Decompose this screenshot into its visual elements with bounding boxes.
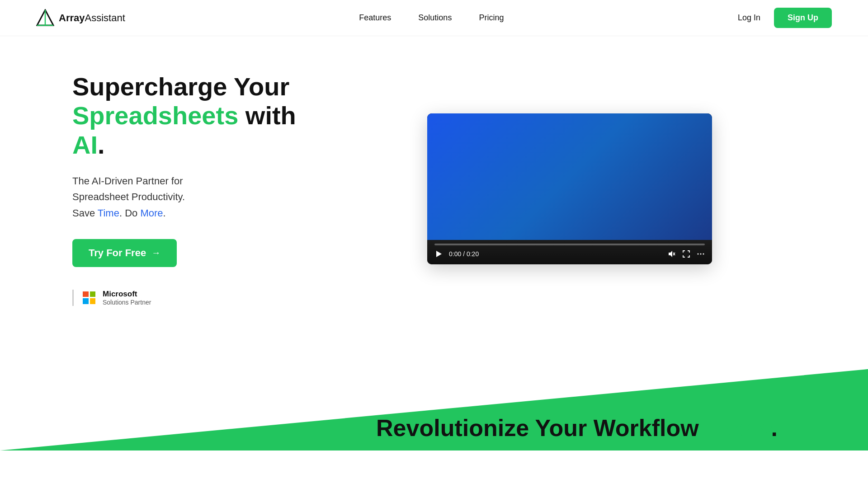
hero-content: Supercharge Your Spreadsheets with AI. T… [72, 72, 307, 306]
play-icon [434, 250, 443, 258]
microsoft-partner-text: Microsoft Solutions Partner [103, 290, 151, 306]
video-right-controls [668, 250, 705, 258]
svg-point-7 [698, 253, 699, 255]
logo[interactable]: ArrayAssistant [36, 9, 125, 27]
login-link[interactable]: Log In [738, 13, 760, 23]
nav-auth: Log In Sign Up [738, 8, 832, 28]
hero-video-area: 0:00 / 0:20 [344, 113, 796, 264]
nav-item-solutions[interactable]: Solutions [418, 13, 452, 23]
video-controls: 0:00 / 0:20 [427, 240, 712, 264]
more-options-button[interactable] [697, 250, 705, 258]
svg-marker-4 [669, 251, 672, 257]
fullscreen-icon [682, 250, 690, 258]
hero-section: Supercharge Your Spreadsheets with AI. T… [0, 36, 868, 333]
arrow-icon: → [151, 248, 160, 258]
more-icon [697, 250, 705, 258]
fullscreen-button[interactable] [682, 250, 690, 258]
video-left-controls: 0:00 / 0:20 [434, 250, 479, 258]
volume-icon [668, 250, 676, 258]
nav-item-features[interactable]: Features [359, 13, 391, 23]
logo-icon [36, 9, 54, 27]
logo-text: ArrayAssistant [59, 12, 125, 24]
hero-subtitle: The AI-Driven Partner for Spreadsheet Pr… [72, 173, 307, 221]
navbar: ArrayAssistant Features Solutions Pricin… [0, 0, 868, 36]
video-time: 0:00 / 0:20 [449, 250, 479, 258]
nav-item-pricing[interactable]: Pricing [479, 13, 504, 23]
bottom-cta-text: Revolutionize Your Workflow Today. [376, 414, 778, 441]
video-controls-row: 0:00 / 0:20 [434, 250, 705, 258]
signup-button[interactable]: Sign Up [774, 8, 832, 28]
svg-marker-3 [436, 251, 442, 257]
microsoft-logo-icon [83, 291, 95, 304]
play-button[interactable] [434, 250, 443, 258]
video-player[interactable]: 0:00 / 0:20 [427, 113, 712, 264]
nav-links: Features Solutions Pricing [359, 13, 504, 23]
video-progress-bar[interactable] [434, 244, 705, 245]
bottom-section: Revolutionize Your Workflow Today. [0, 333, 868, 450]
mute-button[interactable] [668, 250, 676, 258]
try-for-free-button[interactable]: Try For Free → [72, 239, 177, 267]
svg-point-8 [700, 253, 702, 255]
video-thumbnail [427, 113, 712, 240]
svg-point-9 [703, 253, 704, 255]
hero-title: Supercharge Your Spreadsheets with AI. [72, 72, 307, 160]
microsoft-partner-badge: Microsoft Solutions Partner [72, 290, 307, 306]
